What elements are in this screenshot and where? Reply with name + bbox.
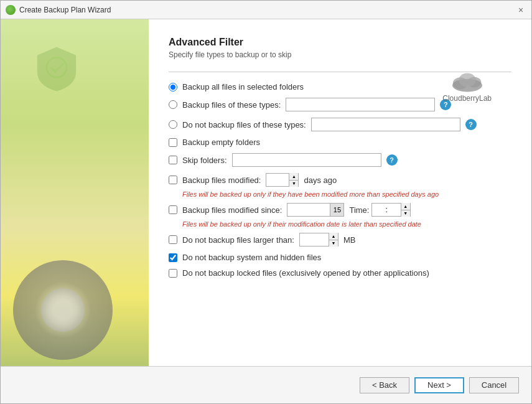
page-subtitle: Specify file types to backup or to skip: [169, 50, 511, 59]
time-spin-up[interactable]: ▲: [401, 203, 410, 210]
modified-info-row: Files will be backed up only if they hav…: [169, 190, 511, 198]
svg-point-4: [459, 73, 475, 87]
back-button[interactable]: < Back: [360, 377, 409, 393]
backup-modified-row: Backup files modified: 14 ▲ ▼ days ago: [169, 173, 511, 187]
days-spinner: 14 ▲ ▼: [266, 173, 299, 187]
sidebar: [1, 19, 149, 366]
options-area: Backup all files in selected folders Bac…: [169, 82, 511, 366]
not-system-row: Do not backup system and hidden files: [169, 253, 511, 262]
days-value[interactable]: 14: [266, 174, 289, 186]
backup-modified-checkbox[interactable]: [169, 176, 177, 184]
skip-folders-checkbox[interactable]: [169, 156, 177, 164]
backup-all-radio[interactable]: [169, 83, 177, 92]
mb-label: MB: [343, 235, 356, 245]
next-button[interactable]: Next >: [414, 377, 464, 393]
days-spinner-btns: ▲ ▼: [289, 173, 298, 187]
size-spinner-btns: ▲ ▼: [329, 233, 338, 247]
size-spinner: 1024 ▲ ▼: [299, 233, 338, 247]
time-input-wrapper: 10 : 43 ▲ ▼: [371, 203, 410, 217]
do-not-backup-types-input[interactable]: [311, 118, 460, 131]
since-info-text: Files will be backed up only if their mo…: [182, 220, 421, 228]
not-locked-checkbox[interactable]: [169, 269, 177, 278]
logo-text: CloudberryLab: [442, 94, 492, 103]
app-icon: [6, 5, 16, 15]
skip-folders-label[interactable]: Skip folders:: [182, 156, 227, 165]
days-spin-down[interactable]: ▼: [289, 180, 298, 187]
logo-area: CloudberryLab: [442, 68, 492, 103]
backup-empty-folders-row: Backup empty folders: [169, 138, 511, 147]
not-locked-row: Do not backup locked files (exclusively …: [169, 268, 511, 278]
backup-types-radio[interactable]: [169, 100, 177, 109]
backup-modified-label[interactable]: Backup files modified:: [182, 176, 261, 185]
page-title: Advanced Filter: [169, 37, 511, 48]
backup-since-checkbox[interactable]: [169, 205, 177, 214]
backup-all-label[interactable]: Backup all files in selected folders: [182, 82, 304, 92]
not-larger-label[interactable]: Do not backup files larger than:: [182, 235, 294, 245]
backup-empty-folders-checkbox[interactable]: [169, 138, 177, 147]
cancel-button[interactable]: Cancel: [469, 377, 519, 393]
header-section: CloudberryLab Advanced Filter Specify fi…: [169, 37, 511, 59]
since-info-row: Files will be backed up only if their mo…: [169, 220, 511, 228]
disc-inner-decoration: [41, 288, 85, 332]
skip-folders-row: Skip folders: ?: [169, 153, 511, 167]
time-spinner-btns: ▲ ▼: [401, 203, 410, 217]
days-ago-label: days ago: [304, 176, 337, 185]
not-system-label[interactable]: Do not backup system and hidden files: [182, 253, 321, 262]
date-day-btn[interactable]: 15: [330, 204, 343, 216]
title-bar-left: Create Backup Plan Wizard: [6, 5, 111, 15]
do-not-backup-types-help[interactable]: ?: [465, 119, 477, 130]
not-larger-row: Do not backup files larger than: 1024 ▲ …: [169, 233, 511, 247]
do-not-backup-types-row: Do not backup files of these types: ?: [169, 118, 511, 131]
backup-empty-folders-label[interactable]: Backup empty folders: [182, 138, 260, 147]
time-label: Time:: [349, 205, 369, 215]
size-spin-down[interactable]: ▼: [329, 240, 338, 247]
not-locked-label[interactable]: Do not backup locked files (exclusively …: [182, 268, 429, 278]
time-minutes[interactable]: 43: [388, 204, 401, 216]
days-spin-up[interactable]: ▲: [289, 173, 298, 180]
time-spin-down[interactable]: ▼: [401, 210, 410, 217]
modified-info-text: Files will be backed up only if they hav…: [182, 190, 439, 198]
skip-folders-input[interactable]: [232, 153, 381, 167]
backup-since-row: Backup files modified since: 11/6/2019 1…: [169, 203, 511, 217]
backup-types-input[interactable]: [286, 98, 435, 111]
cloudberry-logo: [449, 68, 486, 93]
window-title: Create Backup Plan Wizard: [19, 6, 111, 14]
size-value[interactable]: 1024: [300, 233, 329, 246]
main-panel: CloudberryLab Advanced Filter Specify fi…: [149, 19, 531, 366]
footer-area: < Back Next > Cancel: [1, 366, 531, 403]
title-bar: Create Backup Plan Wizard ×: [1, 1, 531, 19]
time-group: Time: 10 : 43 ▲ ▼: [349, 203, 410, 217]
time-hours[interactable]: 10: [372, 204, 385, 216]
backup-since-label[interactable]: Backup files modified since:: [182, 205, 282, 215]
not-system-checkbox[interactable]: [169, 253, 177, 262]
do-not-backup-types-radio[interactable]: [169, 120, 177, 129]
backup-types-label[interactable]: Backup files of these types:: [182, 100, 281, 110]
size-spin-up[interactable]: ▲: [329, 233, 338, 240]
close-button[interactable]: ×: [515, 4, 526, 16]
shield-decoration: [32, 44, 82, 94]
content-area: CloudberryLab Advanced Filter Specify fi…: [1, 19, 531, 366]
date-input-group: 11/6/2019 15: [287, 203, 344, 217]
date-value[interactable]: 11/6/2019: [287, 204, 330, 216]
skip-folders-help[interactable]: ?: [386, 154, 398, 166]
window: Create Backup Plan Wizard ×: [0, 0, 532, 404]
do-not-backup-types-label[interactable]: Do not backup files of these types:: [182, 120, 306, 129]
not-larger-checkbox[interactable]: [169, 235, 177, 244]
